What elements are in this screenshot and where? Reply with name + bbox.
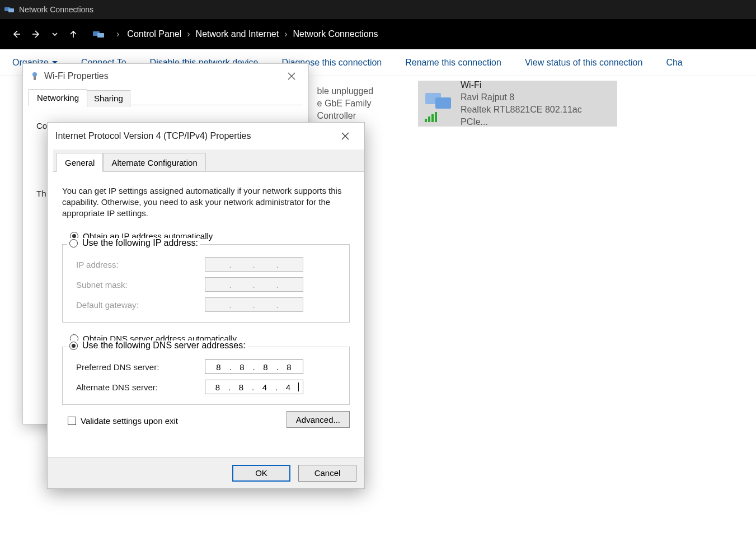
ipv4-properties-dialog: Internet Protocol Version 4 (TCP/IPv4) P… [47,122,365,489]
alternate-dns-label: Alternate DNS server: [76,382,205,392]
adapter-wifi-driver: Realtek RTL8821CE 802.11ac PCIe... [461,104,612,128]
rename-button[interactable]: Rename this connection [405,58,501,68]
close-button[interactable] [281,67,302,85]
dns-manual-fieldset: Use the following DNS server addresses: … [62,347,350,405]
ipv4-titlebar[interactable]: Internet Protocol Version 4 (TCP/IPv4) P… [48,123,364,150]
ok-button[interactable]: OK [232,465,290,482]
radio-dns-manual-label: Use the following DNS server addresses: [82,340,246,351]
ipv4-title: Internet Protocol Version 4 (TCP/IPv4) P… [55,131,251,141]
up-button[interactable] [66,27,81,41]
ip-settings-description: You can get IP settings assigned automat… [62,185,350,219]
adapter-properties-icon [30,71,40,81]
adapter-wifi[interactable]: Wi-Fi Ravi Rajput 8 Realtek RTL8821CE 80… [418,81,617,127]
adapter-wifi-ssid: Ravi Rajput 8 [461,91,612,104]
close-button[interactable] [334,126,356,146]
breadcrumb-network-internet[interactable]: Network and Internet [196,29,279,39]
radio-ip-manual[interactable]: Use the following IP address: [67,238,200,248]
back-button[interactable] [9,27,24,41]
advanced-button[interactable]: Advanced... [287,411,350,428]
radio-icon [69,239,78,248]
svg-rect-5 [435,97,451,109]
breadcrumb-network-connections[interactable]: Network Connections [293,29,378,39]
tab-alternate-config[interactable]: Alternate Configuration [103,153,205,172]
window-titlebar: Network Connections [0,0,756,19]
default-gateway-input: ... [205,297,303,312]
adapter-ethernet-driver: e GbE Family Controller [317,97,408,122]
dialog-footer: OK Cancel [48,457,364,488]
svg-rect-3 [97,33,104,38]
change-settings-button-clipped[interactable]: Cha [666,58,682,68]
radio-dns-manual[interactable]: Use the following DNS server addresses: [67,340,248,351]
alternate-dns-input[interactable]: 8. 8. 4. 4 [205,380,303,394]
cancel-button[interactable]: Cancel [298,465,356,482]
default-gateway-label: Default gateway: [76,300,205,310]
signal-bars-icon [425,111,440,122]
tab-sharing[interactable]: Sharing [87,90,130,107]
window-title: Network Connections [19,5,93,14]
path-sep-icon: › [116,29,119,39]
adapter-ethernet-status: ble unplugged [317,85,408,97]
subnet-mask-label: Subnet mask: [76,280,205,290]
recent-locations-dropdown[interactable] [49,27,60,41]
ip-address-label: IP address: [76,260,205,269]
tab-general[interactable]: General [57,153,103,172]
network-connections-icon [4,6,15,13]
adapter-wifi-name: Wi-Fi [461,79,612,91]
view-status-button[interactable]: View status of this connection [525,58,643,68]
breadcrumb-sep-icon: › [187,29,190,39]
navigation-bar: › Control Panel › Network and Internet ›… [0,19,756,49]
svg-rect-8 [431,114,434,122]
svg-point-10 [32,72,37,77]
ip-manual-fieldset: Use the following IP address: IP address… [62,244,350,323]
tab-networking[interactable]: Networking [29,89,87,106]
preferred-dns-input[interactable]: 8. 8. 8. 8 [205,360,303,374]
wifi-properties-titlebar[interactable]: Wi-Fi Properties [23,64,308,88]
svg-rect-9 [435,112,437,122]
checkbox-icon [68,417,76,425]
radio-ip-manual-label: Use the following IP address: [82,238,198,248]
svg-rect-7 [428,116,430,122]
breadcrumb-sep-icon: › [284,29,287,39]
preferred-dns-label: Preferred DNS server: [76,362,205,372]
wifi-properties-title: Wi-Fi Properties [44,71,109,81]
svg-rect-11 [34,76,36,80]
validate-on-exit-label: Validate settings upon exit [81,416,178,426]
svg-rect-6 [425,119,427,122]
breadcrumb: Control Panel › Network and Internet › N… [127,29,378,39]
forward-button[interactable] [29,27,44,41]
wifi-adapter-icon [424,84,454,123]
svg-rect-1 [8,8,14,12]
text-caret [298,382,299,391]
breadcrumb-control-panel[interactable]: Control Panel [127,29,181,39]
radio-icon [69,342,78,350]
network-path-icon [92,27,106,41]
ip-address-input: ... [205,257,303,272]
subnet-mask-input: ... [205,277,303,292]
